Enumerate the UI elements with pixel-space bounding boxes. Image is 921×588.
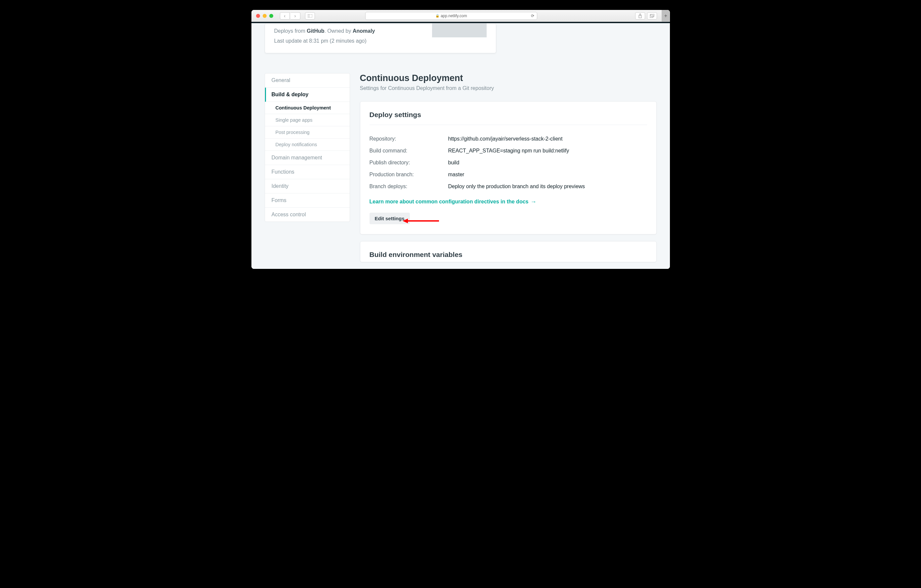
sidebar-icon: [308, 14, 312, 18]
sidebar-toggle-button[interactable]: [305, 12, 315, 19]
git-source: GitHub: [307, 28, 324, 34]
sidebar-item-build-deploy[interactable]: Build & deploy: [265, 88, 350, 102]
sidebar-item-general[interactable]: General: [265, 73, 350, 88]
sidebar-sub-post-processing[interactable]: Post processing: [265, 126, 350, 138]
site-thumbnail: [432, 23, 487, 37]
repository-value: https://github.com/jayair/serverless-sta…: [448, 136, 563, 142]
reload-icon[interactable]: ⟳: [531, 13, 534, 18]
page-subtitle: Settings for Continuous Deployment from …: [360, 85, 657, 91]
arrow-right-icon: →: [530, 198, 536, 205]
svg-rect-5: [651, 14, 654, 16]
app-body: Deploys from GitHub. Owned by Anomaly La…: [251, 22, 670, 269]
share-button[interactable]: [635, 12, 645, 19]
repository-label: Repository:: [369, 136, 448, 142]
sidebar-sub-single-page-apps[interactable]: Single page apps: [265, 114, 350, 126]
learn-more-link[interactable]: Learn more about common configuration di…: [369, 198, 537, 205]
svg-rect-0: [308, 14, 312, 18]
site-summary-card: Deploys from GitHub. Owned by Anomaly La…: [265, 23, 496, 53]
deploy-settings-card: Deploy settings Repository: https://gith…: [360, 101, 657, 234]
edit-settings-button[interactable]: Edit settings: [369, 213, 410, 224]
share-icon: [638, 13, 642, 18]
owner-name: Anomaly: [353, 28, 375, 34]
last-update-text: Last update at 8:31 pm (2 minutes ago): [274, 36, 375, 46]
address-bar[interactable]: 🔒 app.netlify.com ⟳: [365, 12, 537, 20]
sidebar-item-forms[interactable]: Forms: [265, 193, 350, 208]
sidebar-item-functions[interactable]: Functions: [265, 165, 350, 179]
main-content: Continuous Deployment Settings for Conti…: [360, 73, 657, 269]
toolbar-right: [635, 12, 657, 19]
page-title: Continuous Deployment: [360, 73, 657, 83]
sidebar-item-domain-management[interactable]: Domain management: [265, 151, 350, 165]
branch-deploys-value: Deploy only the production branch and it…: [448, 184, 585, 190]
url-text: app.netlify.com: [441, 13, 467, 18]
env-vars-card: Build environment variables: [360, 241, 657, 262]
sidebar-sub-continuous-deployment[interactable]: Continuous Deployment: [265, 102, 350, 114]
sidebar-item-identity[interactable]: Identity: [265, 179, 350, 193]
minimize-window-button[interactable]: [263, 14, 267, 18]
tabs-icon: [650, 14, 654, 18]
publish-directory-value: build: [448, 160, 459, 166]
deploy-settings-heading: Deploy settings: [369, 111, 647, 125]
tabs-button[interactable]: [647, 12, 657, 19]
env-vars-heading: Build environment variables: [369, 251, 647, 258]
maximize-window-button[interactable]: [269, 14, 273, 18]
deploys-from-text: Deploys from: [274, 28, 307, 34]
publish-directory-label: Publish directory:: [369, 160, 448, 166]
settings-sidebar: General Build & deploy Continuous Deploy…: [265, 73, 350, 222]
branch-deploys-label: Branch deploys:: [369, 184, 448, 190]
sidebar-sub-deploy-notifications[interactable]: Deploy notifications: [265, 138, 350, 151]
lock-icon: 🔒: [435, 14, 439, 18]
titlebar: ‹ › 🔒 app.netlify.com ⟳ +: [251, 10, 670, 22]
production-branch-value: master: [448, 172, 464, 178]
forward-button[interactable]: ›: [290, 12, 300, 19]
browser-window: ‹ › 🔒 app.netlify.com ⟳ +: [251, 10, 670, 269]
svg-rect-4: [650, 15, 653, 18]
row-publish-directory: Publish directory: build: [369, 157, 647, 169]
site-meta: Deploys from GitHub. Owned by Anomaly La…: [274, 26, 375, 46]
back-button[interactable]: ‹: [280, 12, 290, 19]
row-repository: Repository: https://github.com/jayair/se…: [369, 133, 647, 145]
nav-buttons: ‹ ›: [280, 12, 300, 19]
build-command-value: REACT_APP_STAGE=staging npm run build:ne…: [448, 148, 570, 154]
window-controls: [256, 14, 273, 18]
owned-by-text: . Owned by: [325, 28, 353, 34]
build-command-label: Build command:: [369, 148, 448, 154]
sidebar-item-access-control[interactable]: Access control: [265, 208, 350, 222]
close-window-button[interactable]: [256, 14, 260, 18]
row-branch-deploys: Branch deploys: Deploy only the producti…: [369, 180, 647, 192]
new-tab-button[interactable]: +: [662, 10, 670, 22]
row-production-branch: Production branch: master: [369, 169, 647, 180]
row-build-command: Build command: REACT_APP_STAGE=staging n…: [369, 145, 647, 157]
learn-more-text: Learn more about common configuration di…: [369, 199, 529, 205]
production-branch-label: Production branch:: [369, 172, 448, 178]
